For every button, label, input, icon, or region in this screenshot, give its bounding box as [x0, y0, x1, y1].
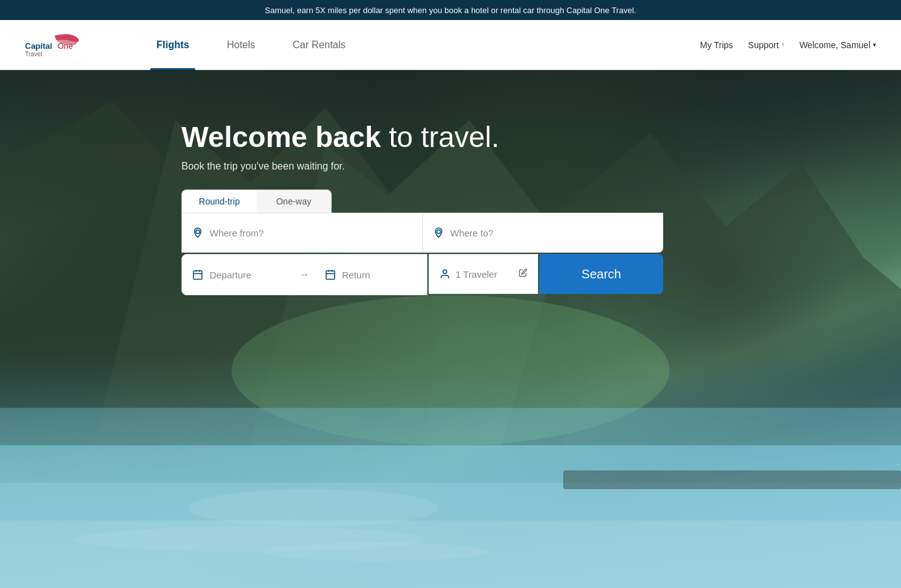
location-row: Where from? Where to? [181, 213, 663, 253]
nav-links: Flights Hotels Car Rentals [138, 20, 700, 70]
svg-point-15 [263, 542, 488, 561]
nav-my-trips[interactable]: My Trips [700, 40, 733, 50]
svg-text:Travel: Travel [25, 51, 42, 58]
logo-svg: Capital One Travel [25, 33, 113, 58]
return-label: Return [342, 270, 370, 280]
return-date-field[interactable]: Return [315, 255, 427, 295]
trip-type-tabs: Round-trip One-way [181, 190, 332, 213]
svg-rect-12 [563, 470, 901, 489]
edit-travelers-icon [519, 268, 527, 280]
nav-user-menu[interactable]: Welcome, Samuel ▾ [800, 40, 876, 50]
dates-container: Departure → Return [181, 254, 427, 295]
where-from-field[interactable]: Where from? [181, 213, 423, 253]
svg-rect-18 [193, 271, 202, 280]
nav-right: My Trips Support ↑ Welcome, Samuel ▾ [700, 40, 876, 50]
dates-travelers-row: Departure → Return [181, 254, 663, 295]
svg-point-16 [196, 230, 200, 234]
logo[interactable]: Capital One Travel [25, 33, 113, 58]
hero-subtitle: Book the trip you've been waiting for. [181, 161, 901, 172]
tab-one-way[interactable]: One-way [257, 190, 331, 213]
search-button[interactable]: Search [539, 254, 663, 294]
hero-section: Welcome back to travel. Book the trip yo… [0, 70, 901, 588]
svg-rect-22 [326, 271, 335, 280]
search-form: Round-trip One-way Where from? [181, 190, 663, 295]
user-menu-chevron-icon: ▾ [873, 41, 876, 48]
departure-date-field[interactable]: Departure [182, 255, 295, 295]
travelers-label: 1 Traveler [456, 269, 497, 280]
svg-point-17 [437, 230, 440, 234]
svg-point-26 [443, 270, 447, 273]
hero-title: Welcome back to travel. [181, 120, 901, 155]
nav-support[interactable]: Support ↑ [748, 40, 785, 50]
location-to-icon [433, 227, 444, 238]
navbar: Capital One Travel Flights Hotels Car Re… [0, 20, 901, 70]
svg-point-13 [188, 489, 438, 527]
nav-car-rentals[interactable]: Car Rentals [274, 20, 364, 70]
tab-round-trip[interactable]: Round-trip [182, 190, 257, 213]
promo-banner: Samuel, earn 5X miles per dollar spent w… [0, 0, 901, 20]
traveler-icon [439, 268, 450, 280]
promo-banner-text: Samuel, earn 5X miles per dollar spent w… [265, 6, 636, 15]
calendar-departure-icon [192, 269, 203, 280]
departure-label: Departure [210, 270, 252, 280]
svg-text:Capital: Capital [25, 41, 52, 51]
date-arrow-icon: → [295, 255, 315, 295]
location-from-icon [192, 227, 203, 238]
where-from-label: Where from? [210, 228, 264, 238]
hero-content: Welcome back to travel. Book the trip yo… [0, 70, 901, 295]
where-to-field[interactable]: Where to? [423, 213, 664, 253]
travelers-field[interactable]: 1 Traveler [429, 254, 538, 294]
nav-flights[interactable]: Flights [138, 20, 208, 70]
where-to-label: Where to? [450, 228, 494, 238]
support-arrow-icon: ↑ [781, 41, 785, 48]
calendar-return-icon [325, 269, 336, 280]
nav-hotels[interactable]: Hotels [208, 20, 273, 70]
